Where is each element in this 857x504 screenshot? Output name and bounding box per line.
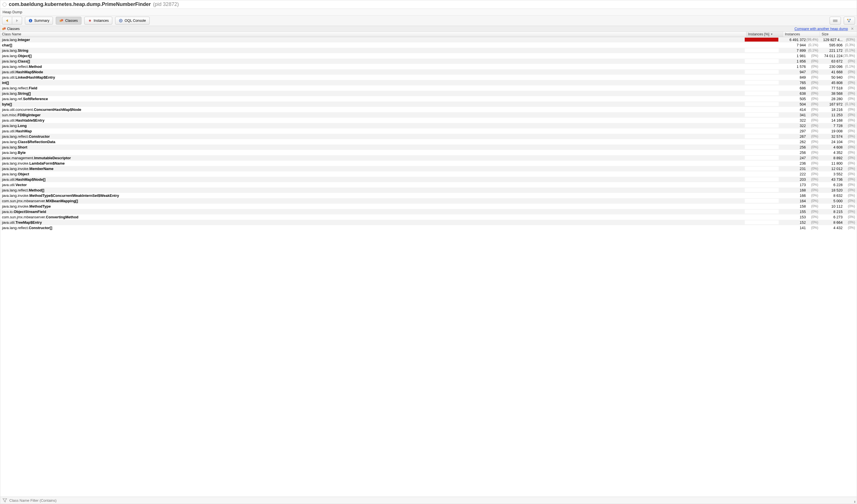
classes-button[interactable]: Classes — [56, 17, 81, 24]
size-pct-cell: (0%) — [843, 86, 855, 90]
table-row[interactable]: java.util.HashMap$Node947(0%)41 668(0%) — [0, 69, 857, 75]
table-row[interactable]: java.util.Hashtable$Entry322(0%)14 168(0… — [0, 118, 857, 123]
size-pct-cell: (0%) — [843, 161, 855, 165]
pct-bar-cell — [745, 107, 782, 112]
table-row[interactable]: java.lang.reflect.Method[]168(0%)18 520(… — [0, 187, 857, 193]
instances-pct-cell: (0,1%) — [806, 48, 818, 52]
instances-pct-cell: (0%) — [806, 129, 818, 133]
table-row[interactable]: java.util.concurrent.ConcurrentHashMap$N… — [0, 107, 857, 112]
oql-label: OQL Console — [124, 19, 146, 23]
table-row[interactable]: java.lang.String[]638(0%)38 568(0%) — [0, 91, 857, 96]
size-pct-cell: (0%) — [843, 188, 855, 192]
table-row[interactable]: java.util.LinkedHashMap$Entry849(0%)50 9… — [0, 75, 857, 80]
snapshot-button[interactable] — [829, 17, 841, 24]
table-row[interactable]: java.lang.Class$ReflectionData262(0%)24 … — [0, 139, 857, 145]
size-pct-cell: (0%) — [843, 209, 855, 214]
pct-bar-cell — [745, 65, 782, 68]
section-label: Classes — [7, 27, 19, 31]
table-row[interactable]: java.util.HashMap297(0%)19 008(0%) — [0, 129, 857, 134]
table-row[interactable]: java.lang.invoke.MemberName231(0%)12 012… — [0, 166, 857, 171]
instances-cell: 155 — [782, 209, 806, 214]
section-bar: Classes Compare with another heap dump ✕ — [0, 26, 857, 32]
classes-label: Classes — [65, 19, 78, 23]
resize-handle-icon[interactable]: ⇕ — [853, 500, 857, 504]
table-row[interactable]: javax.management.ImmutableDescriptor247(… — [0, 155, 857, 161]
size-cell: 6 273 — [818, 215, 843, 219]
table-row[interactable]: char[]7 944(0,1%)595 806(0,3%) — [0, 43, 857, 48]
instances-pct-cell: (0%) — [806, 199, 818, 203]
table-row[interactable]: java.lang.invoke.MethodType158(0%)10 112… — [0, 204, 857, 209]
class-name-cell: java.util.HashMap$Node[] — [2, 177, 745, 182]
table-row[interactable]: java.lang.Class[]1 856(0%)63 672(0%) — [0, 58, 857, 64]
svg-rect-9 — [850, 19, 851, 20]
table-row[interactable]: java.lang.Object222(0%)3 552(0%) — [0, 171, 857, 177]
col-instances-pct[interactable]: Instances [%] ▼ — [746, 32, 783, 37]
table-row[interactable]: java.lang.reflect.Constructor[]141(0%)4 … — [0, 225, 857, 231]
instances-pct-cell: (0%) — [806, 172, 818, 176]
table-row[interactable]: java.lang.ref.SoftReference505(0%)28 280… — [0, 96, 857, 102]
table-row[interactable]: com.sun.jmx.mbeanserver.MXBeanMapping[]1… — [0, 198, 857, 204]
pct-bar-cell — [745, 194, 782, 197]
classes-icon — [2, 27, 6, 31]
size-pct-cell: (0%) — [843, 145, 855, 149]
col-class-name[interactable]: Class Name — [0, 32, 746, 37]
instances-cell: 236 — [782, 161, 806, 166]
class-filter-input[interactable] — [9, 498, 855, 503]
pct-bar-cell — [745, 75, 782, 79]
size-pct-cell: (0%) — [843, 177, 855, 181]
oql-console-button[interactable]: OQL Console — [115, 17, 149, 24]
table-row[interactable]: java.util.TreeMap$Entry152(0%)8 664(0%) — [0, 220, 857, 225]
table-row[interactable]: java.io.ObjectStreamField155(0%)8 215(0%… — [0, 209, 857, 214]
table-row[interactable]: java.lang.Object[]1 981(0%)74 011 224(35… — [0, 53, 857, 58]
class-name-cell: java.util.HashMap — [2, 129, 745, 133]
back-button[interactable] — [2, 17, 12, 24]
class-name-cell: sun.misc.FDBigInteger — [2, 113, 745, 117]
size-cell: 5 000 — [818, 199, 843, 203]
size-pct-cell: (0%) — [843, 226, 855, 230]
col-instances[interactable]: Instances — [783, 32, 820, 37]
table-header: Class Name Instances [%] ▼ Instances Siz… — [0, 32, 857, 37]
table-row[interactable]: java.lang.Short256(0%)4 608(0%) — [0, 145, 857, 150]
class-name-cell: java.lang.invoke.MethodType$ConcurrentWe… — [2, 194, 745, 198]
info-icon: i — [29, 19, 33, 23]
pct-bar-cell — [745, 54, 782, 58]
table-row[interactable]: java.lang.String7 899(0,1%)221 172(0,1%) — [0, 48, 857, 53]
table-row[interactable]: java.lang.invoke.LambdaForm$Name236(0%)1… — [0, 161, 857, 166]
summary-button[interactable]: i Summary — [25, 17, 53, 24]
table-row[interactable]: java.lang.reflect.Field686(0%)77 518(0%) — [0, 85, 857, 91]
instances-pct-cell: (0%) — [806, 220, 818, 224]
instances-label: Instances — [94, 19, 109, 23]
instances-pct-cell: (0%) — [806, 75, 818, 79]
table-row[interactable]: java.lang.Long322(0%)7 728(0%) — [0, 123, 857, 129]
close-icon[interactable]: ✕ — [850, 27, 855, 31]
window-pid: (pid 32872) — [153, 1, 179, 7]
size-cell: 45 808 — [818, 81, 843, 85]
table-row[interactable]: java.util.HashMap$Node[]203(0%)43 736(0%… — [0, 177, 857, 182]
class-name-cell: java.util.LinkedHashMap$Entry — [2, 75, 745, 80]
size-pct-cell: (0%) — [843, 156, 855, 160]
app-status-icon — [2, 2, 6, 6]
instances-pct-cell: (0%) — [806, 91, 818, 95]
table-row[interactable]: java.lang.reflect.Method1 576(0%)230 096… — [0, 64, 857, 69]
table-row[interactable]: java.lang.invoke.MethodType$ConcurrentWe… — [0, 193, 857, 198]
instances-button[interactable]: Instances — [84, 17, 113, 24]
forward-button[interactable] — [12, 17, 22, 24]
class-name-cell: java.lang.String[] — [2, 91, 745, 96]
tree-view-button[interactable] — [844, 17, 855, 24]
arrow-left-icon — [5, 19, 9, 23]
compare-link[interactable]: Compare with another heap dump — [794, 27, 848, 31]
col-size[interactable]: Size — [820, 32, 857, 37]
pct-bar-cell — [745, 209, 782, 214]
table-row[interactable]: int[]765(0%)45 808(0%) — [0, 80, 857, 85]
table-row[interactable]: java.lang.Integer6 491 372(99,4%)129 827… — [0, 37, 857, 43]
instances-pct-cell: (0%) — [806, 177, 818, 181]
table-row[interactable]: java.lang.reflect.Constructor267(0%)32 5… — [0, 134, 857, 139]
table-row[interactable]: java.lang.Byte256(0%)4 352(0%) — [0, 150, 857, 155]
table-row[interactable]: sun.misc.FDBigInteger341(0%)11 253(0%) — [0, 112, 857, 118]
table-row[interactable]: byte[]504(0%)167 972(0,1%) — [0, 102, 857, 107]
class-name-cell: java.lang.Short — [2, 145, 745, 149]
table-row[interactable]: com.sun.jmx.mbeanserver.ConvertingMethod… — [0, 214, 857, 220]
sort-desc-icon: ▼ — [771, 33, 773, 36]
instances-cell: 173 — [782, 183, 806, 187]
table-row[interactable]: java.util.Vector173(0%)6 228(0%) — [0, 182, 857, 187]
